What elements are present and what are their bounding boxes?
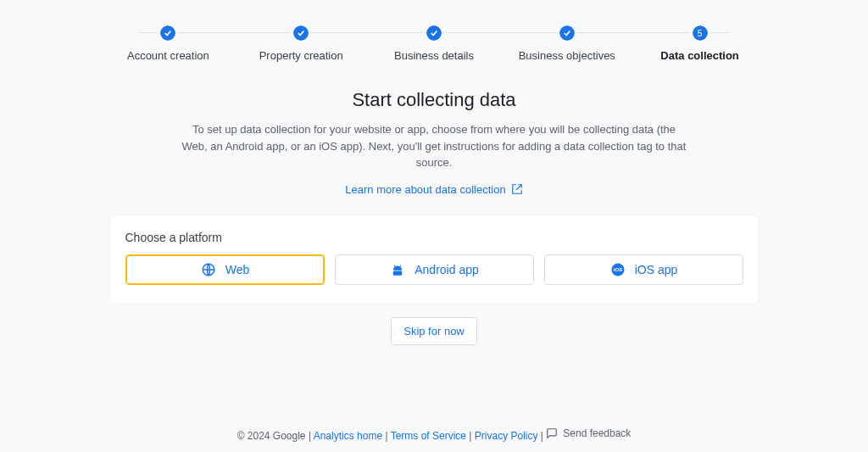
footer-feedback-link[interactable]: Send feedback — [546, 427, 631, 439]
platform-card: Choose a platform Web — [110, 215, 759, 304]
skip-button[interactable]: Skip for now — [391, 317, 477, 345]
ios-icon: iOS — [609, 261, 626, 278]
page-heading: Start collecting data — [0, 89, 868, 111]
svg-text:iOS: iOS — [614, 267, 622, 272]
check-icon — [293, 25, 309, 41]
check-icon — [160, 25, 175, 41]
step-label: Property creation — [259, 49, 343, 62]
step-label: Account creation — [127, 49, 209, 62]
step-business-details[interactable]: Business details — [368, 25, 501, 62]
step-data-collection[interactable]: 5 Data collection — [633, 25, 766, 62]
platform-label: iOS app — [635, 263, 678, 276]
check-icon — [426, 25, 442, 41]
footer-analytics-home-link[interactable]: Analytics home — [314, 430, 382, 442]
platform-android-button[interactable]: Android app — [335, 254, 534, 285]
footer-copyright: © 2024 Google — [237, 430, 306, 442]
footer: © 2024 Google | Analytics home | Terms o… — [0, 427, 868, 442]
svg-rect-1 — [393, 271, 403, 275]
check-icon — [559, 25, 575, 41]
step-account-creation[interactable]: Account creation — [102, 25, 235, 62]
step-number: 5 — [698, 29, 703, 38]
step-label: Data collection — [660, 49, 738, 62]
step-label: Business objectives — [519, 49, 615, 62]
android-icon — [389, 261, 406, 278]
feedback-label: Send feedback — [563, 427, 631, 439]
platform-list: Web Android app iOS iOS — [125, 254, 743, 285]
platform-label: Android app — [415, 263, 479, 276]
learn-more-text: Learn more about data collection — [345, 183, 505, 196]
platform-ios-button[interactable]: iOS iOS app — [544, 254, 743, 285]
step-business-objectives[interactable]: Business objectives — [500, 25, 633, 62]
footer-privacy-link[interactable]: Privacy Policy — [475, 430, 538, 442]
step-label: Business details — [394, 49, 474, 62]
external-link-icon — [511, 183, 523, 195]
web-icon — [200, 261, 217, 278]
platform-label: Web — [225, 263, 250, 276]
footer-terms-link[interactable]: Terms of Service — [391, 430, 466, 442]
learn-more-link[interactable]: Learn more about data collection — [345, 183, 522, 196]
step-number-icon: 5 — [693, 25, 708, 41]
step-property-creation[interactable]: Property creation — [235, 25, 368, 62]
platform-web-button[interactable]: Web — [125, 254, 325, 285]
stepper: Account creation Property creation Busin… — [0, 0, 868, 62]
feedback-icon — [546, 427, 558, 439]
page-description: To set up data collection for your websi… — [180, 121, 688, 171]
card-title: Choose a platform — [125, 231, 743, 244]
main-content: Start collecting data To set up data col… — [0, 62, 868, 345]
